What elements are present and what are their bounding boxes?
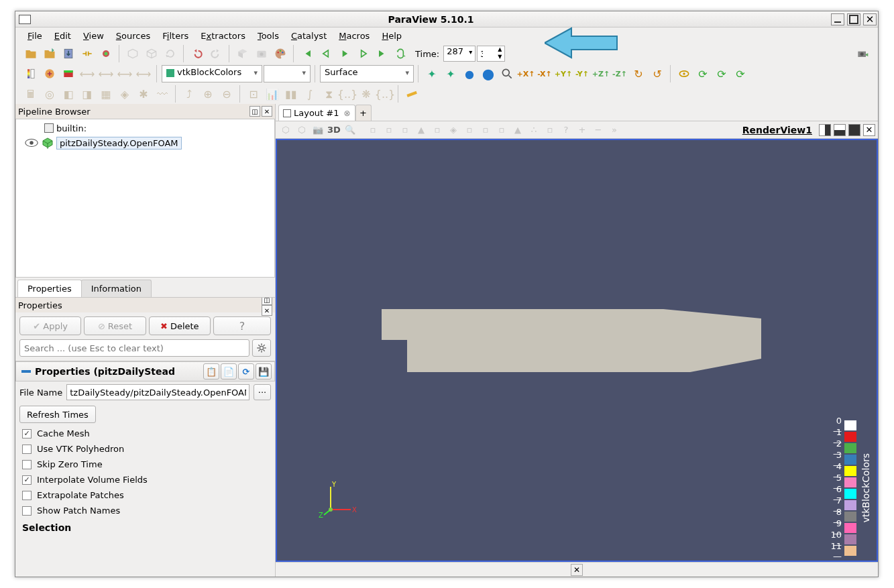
- axis-reset-icon[interactable]: ⬤: [480, 65, 497, 82]
- threshold-icon[interactable]: ▦: [97, 85, 115, 103]
- apply-button[interactable]: ✔Apply: [19, 316, 81, 335]
- v-sel1-icon[interactable]: ▫: [366, 123, 380, 137]
- browse-button[interactable]: ...: [254, 384, 271, 400]
- plot-icon[interactable]: 📊: [264, 85, 281, 103]
- pipeline-item-openfoam[interactable]: pitzDailySteady.OpenFOAM: [17, 135, 273, 150]
- split-v-icon[interactable]: [834, 124, 846, 136]
- axis-x-icon[interactable]: ✦: [423, 65, 441, 82]
- menu-extractors[interactable]: Extractors: [195, 30, 251, 42]
- ruler-icon[interactable]: [403, 85, 421, 103]
- open-icon[interactable]: [22, 45, 40, 62]
- scalarbar-icon[interactable]: [41, 65, 58, 82]
- colorby-dropdown[interactable]: vtkBlockColors: [162, 65, 262, 82]
- v-sel10-icon[interactable]: ▲: [510, 123, 525, 137]
- minusY-icon[interactable]: -Y↑: [573, 65, 591, 82]
- rescale2-icon[interactable]: ⟷: [97, 65, 115, 82]
- v-sel5-icon[interactable]: ▫: [430, 123, 445, 137]
- close-button[interactable]: ✕: [863, 13, 877, 25]
- v-3d-icon[interactable]: 3D: [327, 123, 341, 137]
- v-back-icon[interactable]: ⬡: [278, 123, 293, 137]
- status-close-icon[interactable]: ✕: [571, 564, 583, 576]
- integrate-icon[interactable]: ∫: [301, 85, 319, 103]
- clip-icon[interactable]: ◧: [60, 85, 77, 103]
- menu-edit[interactable]: Edit: [49, 30, 76, 42]
- histogram-icon[interactable]: ▮▮: [282, 85, 300, 103]
- bracket-icon[interactable]: {..}: [376, 85, 394, 103]
- maximize-button[interactable]: [847, 13, 860, 25]
- reload-props-icon[interactable]: ⟳: [238, 363, 254, 379]
- menu-filters[interactable]: Filters: [157, 30, 194, 42]
- warp-icon[interactable]: ⤴: [180, 85, 198, 103]
- v-help-icon[interactable]: ?: [559, 123, 573, 137]
- minimize-button[interactable]: [831, 13, 844, 25]
- cache-mesh-checkbox[interactable]: [22, 429, 32, 438]
- visibility-eye-icon[interactable]: [24, 138, 39, 148]
- tab-properties[interactable]: Properties: [17, 280, 82, 297]
- rescale3-icon[interactable]: ⟷: [116, 65, 133, 82]
- maximize-view-icon[interactable]: [848, 124, 860, 136]
- colormap-icon[interactable]: [22, 65, 40, 82]
- v-more-icon[interactable]: »: [607, 123, 622, 137]
- calculator-icon[interactable]: 🖩: [22, 85, 40, 103]
- menu-macros[interactable]: Macros: [333, 30, 375, 42]
- menu-file[interactable]: File: [22, 30, 48, 42]
- slice-icon[interactable]: ◨: [78, 85, 96, 103]
- redo-icon[interactable]: [207, 45, 225, 62]
- pipeline-undock-icon[interactable]: ◫: [249, 106, 260, 117]
- rotm90-icon[interactable]: ↺: [649, 65, 666, 82]
- plusX-icon[interactable]: +X↑: [517, 65, 535, 82]
- temporal-icon[interactable]: ⧗: [320, 85, 337, 103]
- skip-zero-time-checkbox[interactable]: [22, 460, 32, 469]
- refresh4-icon[interactable]: ⟳: [732, 65, 749, 82]
- add-layout-button[interactable]: +: [355, 105, 372, 121]
- vtk-polyhedron-checkbox[interactable]: [22, 445, 32, 454]
- v-cam-icon[interactable]: 📷: [311, 123, 325, 137]
- show-patch-names-checkbox[interactable]: [22, 506, 32, 516]
- search-input[interactable]: [19, 339, 249, 357]
- extrapolate-checkbox[interactable]: [22, 491, 32, 500]
- help-button[interactable]: ?: [213, 316, 271, 335]
- time-index-input[interactable]: [478, 46, 495, 61]
- rescale4-icon[interactable]: ⟷: [135, 65, 152, 82]
- time-step-down[interactable]: ▼: [495, 54, 504, 61]
- v-sel7-icon[interactable]: ▫: [462, 123, 477, 137]
- v-minus-icon[interactable]: −: [591, 123, 606, 137]
- play-icon[interactable]: [336, 45, 353, 62]
- save-icon[interactable]: [41, 45, 58, 62]
- minusX-icon[interactable]: -X↑: [536, 65, 553, 82]
- plusZ-icon[interactable]: +Z↑: [592, 65, 610, 82]
- pipeline-builtin[interactable]: builtin:: [17, 121, 273, 135]
- refresh2-icon[interactable]: ⟳: [694, 65, 712, 82]
- stream-icon[interactable]: 〰: [154, 85, 171, 103]
- group-icon[interactable]: ⊕: [199, 85, 217, 103]
- properties-section-header[interactable]: Properties (pitzDailyStead 📋 📄 ⟳ 💾: [15, 361, 275, 381]
- paste-props-icon[interactable]: 📄: [221, 363, 237, 379]
- editcolor-icon[interactable]: [60, 65, 77, 82]
- reload-icon[interactable]: [162, 45, 179, 62]
- refresh-times-button[interactable]: Refresh Times: [19, 406, 96, 423]
- layout-tab-1[interactable]: Layout #1⊗: [278, 105, 355, 121]
- rescale1-icon[interactable]: ⟷: [78, 65, 96, 82]
- eye-icon[interactable]: [675, 65, 693, 82]
- menu-help[interactable]: Help: [376, 30, 407, 42]
- palette-icon[interactable]: [272, 45, 289, 62]
- v-fwd-icon[interactable]: ⬡: [294, 123, 309, 137]
- cube-icon[interactable]: [124, 45, 142, 62]
- v-sel11-icon[interactable]: ∴: [526, 123, 541, 137]
- pipeline-close-icon[interactable]: ✕: [262, 106, 272, 117]
- save-data-icon[interactable]: [60, 45, 77, 62]
- extract-surface-icon[interactable]: ◈: [116, 85, 133, 103]
- axis-z-icon[interactable]: ●: [461, 65, 478, 82]
- v-sel9-icon[interactable]: ▫: [494, 123, 509, 137]
- v-sel3-icon[interactable]: ▫: [398, 123, 412, 137]
- zoom-icon[interactable]: [498, 65, 516, 82]
- rot90-icon[interactable]: ↻: [630, 65, 647, 82]
- contour-icon[interactable]: ◎: [41, 85, 58, 103]
- extract-icon[interactable]: [234, 45, 252, 62]
- copy-props-icon[interactable]: 📋: [203, 363, 219, 379]
- menu-tools[interactable]: Tools: [252, 30, 284, 42]
- advanced-gear-icon[interactable]: [252, 339, 271, 357]
- cube2-icon[interactable]: [143, 45, 160, 62]
- reset-button[interactable]: ⊘Reset: [84, 316, 146, 335]
- first-frame-icon[interactable]: [298, 45, 316, 62]
